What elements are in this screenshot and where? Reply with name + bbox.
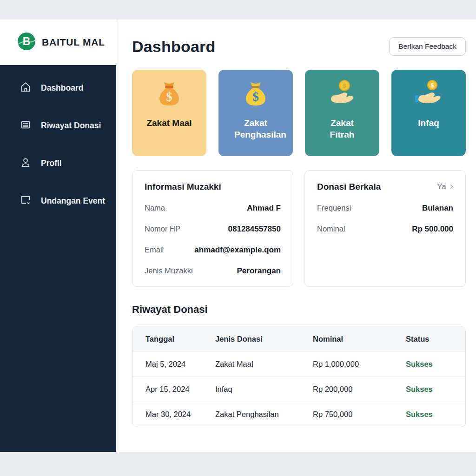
field-frequensi: Frequensi Bulanan <box>317 204 453 213</box>
field-nama: Nama Ahmad F <box>145 204 281 213</box>
main-content: Dashboard Berlkan Feedback $ Zakat Maal <box>116 20 476 452</box>
card-label: Infaq <box>418 117 439 129</box>
info-cards-row: Informasi Muzakki Nama Ahmad F Nomor HP … <box>132 170 466 287</box>
field-label: Email <box>145 245 164 254</box>
card-zakat-maal[interactable]: $ Zakat Maal <box>132 70 206 156</box>
cell-amount: Rp 750,000 <box>313 410 406 419</box>
hand-coin-icon: $ <box>327 79 357 111</box>
svg-text:$: $ <box>166 90 172 104</box>
user-icon <box>20 156 32 171</box>
svg-text:$: $ <box>343 82 346 89</box>
field-label: Nominal <box>317 225 345 233</box>
brand-name: BAITUL MAL <box>42 37 105 48</box>
brand-logo-row: B BAITUL MAL <box>0 20 116 65</box>
home-icon <box>20 81 32 95</box>
table-row: Maj 5, 2024 Zakat Maal Rp 1,000,000 Suks… <box>132 351 465 377</box>
cell-date: Apr 15, 2024 <box>145 385 215 394</box>
hand-coin-icon: $ <box>414 79 443 111</box>
column-header-status: Status <box>406 335 465 344</box>
cell-date: Mar 30, 2024 <box>145 410 215 419</box>
field-value: ahmadf@example.qom <box>194 245 281 255</box>
field-value: Rp 500.000 <box>412 225 453 234</box>
sidebar-nav: Dashboard Riwayat Donasi <box>0 65 116 452</box>
field-jenis-muzakki: Jenis Muzakki Perorangan <box>145 266 281 276</box>
recurring-donation-card: Donasi Berkala Ya › Frequensi Bulanan No… <box>304 170 466 287</box>
field-label: Nama <box>145 204 165 212</box>
feedback-button[interactable]: Berlkan Feedback <box>389 37 466 56</box>
app-window: B BAITUL MAL Dashboard <box>0 20 476 452</box>
donation-type-cards: $ Zakat Maal $ Zakat Penghasilan <box>132 70 466 156</box>
recurring-donation-title: Donasi Berkala <box>317 182 381 192</box>
field-value: Ahmad F <box>247 204 281 213</box>
cell-type: Zakat Penghasilan <box>215 410 313 419</box>
chevron-right-icon: › <box>450 181 453 192</box>
recurring-status-value: Ya <box>437 182 446 192</box>
money-bag-icon: $ <box>241 79 271 111</box>
cell-amount: Rp 1,000,000 <box>313 360 406 369</box>
muzakki-info-card: Informasi Muzakki Nama Ahmad F Nomor HP … <box>132 170 293 287</box>
column-header-nominal: Nominal <box>313 335 406 344</box>
svg-text:$: $ <box>431 82 434 89</box>
sidebar: B BAITUL MAL Dashboard <box>0 20 116 452</box>
sidebar-item-label: Undangan Event <box>41 196 105 206</box>
cell-amount: Rp 200,000 <box>313 385 406 394</box>
muzakki-info-title: Informasi Muzakki <box>145 182 221 192</box>
field-email: Email ahmadf@example.qom <box>145 245 281 255</box>
sidebar-item-undangan-event[interactable]: Undangan Event <box>0 189 116 212</box>
column-header-tanggal: Tanggal <box>145 335 215 344</box>
card-label: Zakat Fitrah <box>321 117 364 140</box>
card-zakat-fitrah[interactable]: $ Zakat Fitrah <box>305 70 379 156</box>
sidebar-item-label: Dashboard <box>41 83 83 93</box>
status-badge: Sukses <box>406 385 465 394</box>
card-infaq[interactable]: $ Infaq <box>391 70 466 156</box>
field-label: Jenis Muzakki <box>145 266 193 275</box>
card-zakat-penghasilan[interactable]: $ Zakat Penghasilan <box>218 70 293 156</box>
svg-text:$: $ <box>252 90 259 104</box>
donation-history-table: Tanggal Jenis Donasi Nominal Status Maj … <box>132 326 466 427</box>
table-row: Mar 30, 2024 Zakat Penghasilan Rp 750,00… <box>132 402 465 427</box>
field-label: Nomor HP <box>145 225 180 233</box>
page-header: Dashboard Berlkan Feedback <box>132 37 466 56</box>
cell-date: Maj 5, 2024 <box>145 360 215 369</box>
card-label: Zakat Penghasilan <box>234 117 277 140</box>
sidebar-item-label: Profil <box>41 159 62 168</box>
field-nominal: Nominal Rp 500.000 <box>317 225 453 234</box>
svg-text:B: B <box>23 35 31 47</box>
field-value: 081284557850 <box>228 225 281 234</box>
recurring-status-link[interactable]: Ya › <box>437 182 453 192</box>
sidebar-item-dashboard[interactable]: Dashboard <box>0 76 116 99</box>
sidebar-item-profil[interactable]: Profil <box>0 152 116 175</box>
field-label: Frequensi <box>317 204 351 212</box>
card-label: Zakat Maal <box>146 117 192 129</box>
field-value: Perorangan <box>237 266 281 276</box>
status-badge: Sukses <box>406 360 465 369</box>
money-bag-icon: $ <box>154 79 184 111</box>
list-icon <box>20 119 32 133</box>
table-header-row: Tanggal Jenis Donasi Nominal Status <box>132 326 465 351</box>
table-row: Apr 15, 2024 Infaq Rp 200,000 Sukses <box>132 377 465 402</box>
cell-type: Zakat Maal <box>215 360 313 369</box>
brand-logo-icon: B <box>17 32 36 53</box>
cell-type: Infaq <box>215 385 313 394</box>
event-icon <box>20 194 32 208</box>
page-title: Dashboard <box>132 38 215 56</box>
field-value: Bulanan <box>422 204 453 213</box>
status-badge: Sukses <box>406 410 465 419</box>
donation-history-title: Riwayat Donasi <box>132 304 466 316</box>
sidebar-item-label: Riwayat Donasi <box>41 121 101 131</box>
field-nomor-hp: Nomor HP 081284557850 <box>145 225 281 234</box>
sidebar-item-riwayat-donasi[interactable]: Riwayat Donasi <box>0 114 116 137</box>
column-header-jenis-donasi: Jenis Donasi <box>215 335 313 344</box>
